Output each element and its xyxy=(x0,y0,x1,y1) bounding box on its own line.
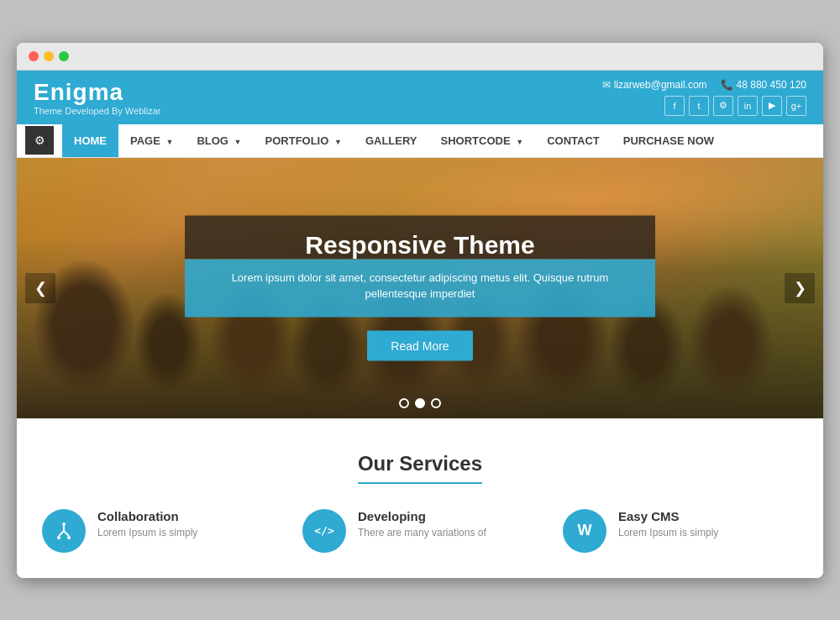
blog-arrow: ▼ xyxy=(234,138,242,146)
slide-dot-2[interactable] xyxy=(415,398,425,408)
twitter-icon[interactable]: t xyxy=(689,96,709,116)
slider-prev-button[interactable]: ❮ xyxy=(25,273,55,303)
maximize-dot[interactable] xyxy=(59,51,69,61)
wordpress-icon: W xyxy=(578,522,592,539)
service-text-cms: Easy CMS Lorem Ipsum is simply xyxy=(618,509,718,539)
hero-title-box: Responsive Theme xyxy=(185,215,655,259)
close-dot[interactable] xyxy=(29,51,39,61)
cms-icon: W xyxy=(563,509,606,553)
services-title: Our Services xyxy=(358,452,482,484)
svg-line-4 xyxy=(59,531,64,536)
service-text-collaboration: Collaboration Lorem Ipsum is simply xyxy=(97,509,197,539)
nav-link-home[interactable]: HOME xyxy=(62,124,118,157)
service-desc-developing: There are many variations of xyxy=(358,527,486,539)
facebook-icon[interactable]: f xyxy=(664,96,685,116)
phone-icon: 📞 xyxy=(721,79,733,91)
svg-point-1 xyxy=(57,536,60,539)
phone-text: 48 880 450 120 xyxy=(737,79,806,91)
browser-window: Enigma Theme Developed By Weblizar ✉ liz… xyxy=(17,43,823,578)
service-text-developing: Developing There are many variations of xyxy=(358,509,486,539)
phone-contact: 📞 48 880 450 120 xyxy=(721,79,806,91)
service-name-collaboration: Collaboration xyxy=(97,509,197,523)
nav-item-page: PAGE ▼ xyxy=(118,124,185,157)
developing-icon: </> xyxy=(302,509,346,553)
site-header: Enigma Theme Developed By Weblizar ✉ liz… xyxy=(17,71,823,124)
browser-chrome xyxy=(17,43,823,71)
service-item-developing: </> Developing There are many variations… xyxy=(302,509,538,553)
site-nav: ⚙ HOME PAGE ▼ BLOG ▼ PORTFOLIO ▼ GALLERY… xyxy=(17,124,823,158)
minimize-dot[interactable] xyxy=(44,51,54,61)
nav-link-contact[interactable]: CONTACT xyxy=(535,124,612,157)
nav-item-blog: BLOG ▼ xyxy=(185,124,253,157)
slider-next-button[interactable]: ❯ xyxy=(785,273,815,303)
fork-icon xyxy=(54,521,74,541)
hero-description: Lorem ipsum dolor sit amet, consectetur … xyxy=(210,269,630,302)
slider-dots xyxy=(399,398,441,408)
service-desc-collaboration: Lorem Ipsum is simply xyxy=(97,527,197,539)
hero-slider: ❮ Responsive Theme Lorem ipsum dolor sit… xyxy=(17,158,823,418)
nav-item-shortcode: SHORTCODE ▼ xyxy=(429,124,536,157)
services-section: Our Services Collaboration Lorem Ip xyxy=(17,418,823,578)
svg-point-0 xyxy=(62,523,66,526)
nav-link-blog[interactable]: BLOG ▼ xyxy=(185,124,253,157)
service-name-developing: Developing xyxy=(358,509,486,523)
hero-content: Responsive Theme Lorem ipsum dolor sit a… xyxy=(185,215,655,360)
nav-item-gallery: GALLERY xyxy=(354,124,429,157)
portfolio-arrow: ▼ xyxy=(334,138,342,146)
read-more-button[interactable]: Read More xyxy=(367,330,472,360)
shortcode-arrow: ▼ xyxy=(516,138,523,146)
collaboration-icon xyxy=(42,509,86,553)
contact-info: ✉ lizarweb@gmail.com 📞 48 880 450 120 xyxy=(602,79,806,91)
nav-link-purchase[interactable]: PURCHASE NOW xyxy=(612,124,726,157)
nav-link-portfolio[interactable]: PORTFOLIO ▼ xyxy=(254,124,354,157)
nav-item-contact: CONTACT xyxy=(535,124,612,157)
chevron-left-icon: ❮ xyxy=(34,279,47,297)
logo-subtitle: Theme Developed By Weblizar xyxy=(34,106,160,116)
services-title-wrap: Our Services xyxy=(42,452,798,484)
nav-link-shortcode[interactable]: SHORTCODE ▼ xyxy=(429,124,536,157)
email-contact: ✉ lizarweb@gmail.com xyxy=(602,79,707,91)
linkedin-icon[interactable]: in xyxy=(738,96,758,116)
settings-button[interactable]: ⚙ xyxy=(25,126,54,155)
page-arrow: ▼ xyxy=(166,138,174,146)
logo-area: Enigma Theme Developed By Weblizar xyxy=(34,79,160,116)
chevron-right-icon: ❯ xyxy=(794,279,806,297)
hero-desc-box: Lorem ipsum dolor sit amet, consectetur … xyxy=(185,259,655,317)
logo-title: Enigma xyxy=(34,79,160,106)
google-plus-icon[interactable]: g+ xyxy=(786,96,806,116)
gear-icon: ⚙ xyxy=(34,134,45,147)
svg-point-2 xyxy=(67,536,71,539)
code-icon: </> xyxy=(314,524,333,537)
hero-cta-wrap: Read More xyxy=(367,330,472,360)
nav-link-page[interactable]: PAGE ▼ xyxy=(118,124,185,157)
nav-link-gallery[interactable]: GALLERY xyxy=(354,124,429,157)
youtube-icon[interactable]: ▶ xyxy=(762,96,782,116)
svg-line-5 xyxy=(64,531,69,536)
service-item-collaboration: Collaboration Lorem Ipsum is simply xyxy=(42,509,277,553)
email-text: lizarweb@gmail.com xyxy=(614,79,707,91)
slide-dot-1[interactable] xyxy=(399,398,409,408)
slide-dot-3[interactable] xyxy=(431,398,441,408)
nav-menu: HOME PAGE ▼ BLOG ▼ PORTFOLIO ▼ GALLERY S… xyxy=(62,124,726,157)
service-desc-cms: Lorem Ipsum is simply xyxy=(618,527,718,539)
nav-item-portfolio: PORTFOLIO ▼ xyxy=(254,124,354,157)
services-grid: Collaboration Lorem Ipsum is simply </> … xyxy=(42,509,798,553)
service-item-cms: W Easy CMS Lorem Ipsum is simply xyxy=(563,509,798,553)
header-contact: ✉ lizarweb@gmail.com 📞 48 880 450 120 f … xyxy=(602,79,806,116)
social-icons: f t ⚙ in ▶ g+ xyxy=(664,96,806,116)
settings-social-icon[interactable]: ⚙ xyxy=(713,96,733,116)
service-name-cms: Easy CMS xyxy=(618,509,718,523)
nav-item-purchase: PURCHASE NOW xyxy=(612,124,726,157)
hero-title: Responsive Theme xyxy=(210,230,630,259)
email-icon: ✉ xyxy=(602,79,611,91)
nav-item-home: HOME xyxy=(62,124,118,157)
